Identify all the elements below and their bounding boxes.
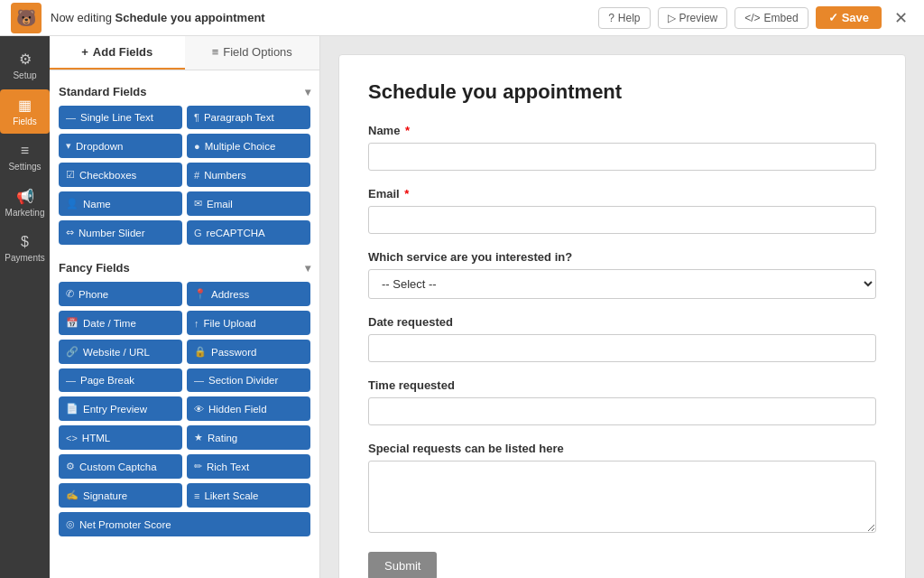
standard-fields-title: Standard Fields (59, 85, 147, 98)
field-btn-rating[interactable]: ★ Rating (187, 425, 310, 450)
embed-label: Embed (764, 12, 799, 24)
field-btn-number-slider[interactable]: ⇔ Number Slider (59, 220, 182, 245)
field-btn-date-time[interactable]: 📅 Date / Time (59, 311, 182, 335)
form-field-special-label: Special requests can be listed here (368, 442, 876, 455)
tab-field-options[interactable]: ≡ Field Options (185, 36, 320, 70)
email-icon: ✉ (194, 198, 202, 210)
website-url-icon: 🔗 (66, 346, 79, 358)
form-container: Schedule you appointment Name * Email * … (338, 54, 906, 578)
field-btn-dropdown[interactable]: ▾ Dropdown (59, 134, 182, 158)
form-select-service[interactable]: -- Select -- Service 1 Service 2 (368, 269, 876, 299)
embed-button[interactable]: </> Embed (735, 7, 808, 29)
main-area: ⚙ Setup ▦ Fields ≡ Settings 📢 Marketing … (0, 36, 924, 578)
field-btn-html[interactable]: <> HTML (59, 425, 182, 450)
close-button[interactable]: ✕ (889, 6, 913, 30)
phone-icon: ✆ (66, 288, 74, 300)
section-divider-icon: — (194, 375, 204, 386)
field-btn-recaptcha[interactable]: G reCAPTCHA (187, 220, 310, 245)
topbar: 🐻 Now editing Schedule you appointment ?… (0, 0, 924, 36)
sidebar-item-marketing[interactable]: 📢 Marketing (0, 181, 50, 225)
field-btn-page-break[interactable]: — Page Break (59, 368, 182, 392)
form-field-date: Date requested (368, 315, 876, 362)
field-btn-password[interactable]: 🔒 Password (187, 340, 310, 364)
sidebar-item-fields[interactable]: ▦ Fields (0, 89, 50, 134)
fields-tabs: + Add Fields ≡ Field Options (50, 36, 319, 70)
form-input-email[interactable] (368, 206, 876, 234)
field-btn-website-url[interactable]: 🔗 Website / URL (59, 340, 182, 364)
sidebar-item-payments[interactable]: $ Payments (0, 227, 50, 270)
help-icon: ? (608, 12, 614, 24)
field-btn-likert-scale[interactable]: ≡ Likert Scale (187, 483, 310, 508)
preview-icon: ▷ (668, 12, 676, 24)
checkboxes-icon: ☑ (66, 169, 75, 181)
form-field-time: Time requested (368, 378, 876, 425)
field-btn-entry-preview[interactable]: 📄 Entry Preview (59, 396, 182, 421)
field-btn-address[interactable]: 📍 Address (187, 282, 310, 306)
preview-button[interactable]: ▷ Preview (658, 7, 728, 29)
fancy-fields-title: Fancy Fields (59, 261, 130, 275)
page-break-icon: — (66, 375, 76, 386)
save-label: Save (842, 11, 869, 24)
submit-button[interactable]: Submit (368, 552, 437, 578)
payments-icon: $ (21, 234, 29, 250)
form-input-date[interactable] (368, 334, 876, 362)
field-btn-checkboxes[interactable]: ☑ Checkboxes (59, 163, 182, 187)
field-btn-single-line-text[interactable]: — Single Line Text (59, 106, 182, 129)
field-btn-custom-captcha[interactable]: ⚙ Custom Captcha (59, 454, 182, 479)
form-field-date-label: Date requested (368, 315, 876, 329)
paragraph-text-icon: ¶ (194, 112, 199, 123)
logo-icon: 🐻 (16, 8, 36, 28)
sidebar-item-settings[interactable]: ≡ Settings (0, 135, 50, 179)
file-upload-icon: ↑ (194, 318, 199, 329)
numbers-icon: # (194, 170, 199, 181)
address-icon: 📍 (194, 288, 207, 300)
field-btn-name[interactable]: 👤 Name (59, 191, 182, 216)
field-btn-signature[interactable]: ✍ Signature (59, 483, 182, 508)
field-btn-paragraph-text[interactable]: ¶ Paragraph Text (187, 106, 310, 129)
sidebar-item-payments-label: Payments (5, 253, 44, 263)
form-input-name[interactable] (368, 143, 876, 171)
recaptcha-icon: G (194, 228, 202, 238)
marketing-icon: 📢 (16, 188, 34, 205)
fancy-fields-grid: ✆ Phone 📍 Address 📅 Date / Time ↑ File U… (59, 282, 310, 536)
standard-fields-chevron: ▾ (305, 86, 310, 98)
top-actions: ? Help ▷ Preview </> Embed ✓ Save ✕ (598, 6, 913, 30)
standard-fields-header: Standard Fields ▾ (59, 79, 310, 106)
editing-title: Schedule you appointment (116, 11, 265, 24)
field-btn-multiple-choice[interactable]: ● Multiple Choice (187, 134, 310, 158)
add-fields-icon: + (81, 45, 88, 59)
dropdown-icon: ▾ (66, 140, 71, 152)
sidebar-item-setup[interactable]: ⚙ Setup (0, 43, 50, 88)
field-options-icon: ≡ (212, 45, 219, 59)
multiple-choice-icon: ● (194, 141, 200, 152)
form-field-special: Special requests can be listed here (368, 442, 876, 536)
field-btn-phone[interactable]: ✆ Phone (59, 282, 182, 306)
custom-captcha-icon: ⚙ (66, 461, 75, 472)
field-btn-numbers[interactable]: # Numbers (187, 163, 310, 187)
tab-add-fields[interactable]: + Add Fields (50, 36, 185, 70)
sidebar-nav: ⚙ Setup ▦ Fields ≡ Settings 📢 Marketing … (0, 36, 50, 578)
field-btn-section-divider[interactable]: — Section Divider (187, 368, 310, 392)
fancy-fields-chevron: ▾ (305, 262, 310, 275)
name-icon: 👤 (66, 198, 79, 210)
single-line-text-icon: — (66, 112, 76, 123)
editing-prefix: Now editing (51, 11, 116, 24)
help-button[interactable]: ? Help (598, 7, 650, 29)
field-btn-rich-text[interactable]: ✏ Rich Text (187, 454, 310, 479)
save-button[interactable]: ✓ Save (816, 6, 882, 29)
form-textarea-special[interactable] (368, 461, 876, 533)
field-btn-email[interactable]: ✉ Email (187, 191, 310, 216)
form-field-service-label: Which service are you interested in? (368, 250, 876, 264)
form-field-time-label: Time requested (368, 378, 876, 392)
form-input-time[interactable] (368, 397, 876, 425)
logo: 🐻 (11, 3, 42, 33)
form-field-service: Which service are you interested in? -- … (368, 250, 876, 299)
field-btn-hidden-field[interactable]: 👁 Hidden Field (187, 396, 310, 421)
standard-fields-grid: — Single Line Text ¶ Paragraph Text ▾ Dr… (59, 106, 310, 245)
field-btn-net-promoter-score[interactable]: ◎ Net Promoter Score (59, 512, 310, 536)
field-btn-file-upload[interactable]: ↑ File Upload (187, 311, 310, 335)
email-required-asterisk: * (404, 187, 409, 200)
password-icon: 🔒 (194, 346, 207, 358)
tab-add-fields-label: Add Fields (93, 45, 152, 59)
date-time-icon: 📅 (66, 317, 79, 329)
